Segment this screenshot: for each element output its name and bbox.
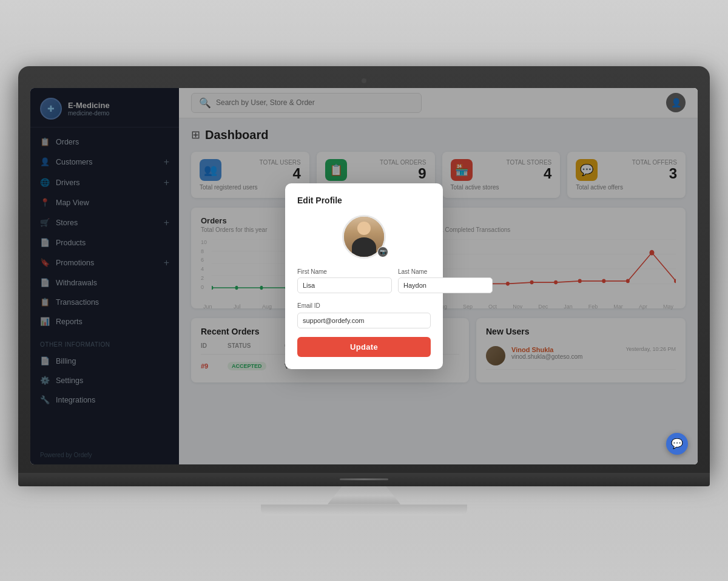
name-form-row: First Name Last Name: [297, 268, 431, 293]
first-name-input[interactable]: [297, 277, 392, 293]
modal-overlay[interactable]: Edit Profile 📷 First Name: [30, 88, 698, 464]
monitor-chin: [18, 473, 710, 486]
camera-dot: [362, 78, 366, 83]
last-name-input[interactable]: [398, 277, 493, 293]
stand-base: [261, 505, 467, 515]
email-input[interactable]: [297, 313, 431, 328]
stand-neck: [328, 486, 400, 505]
email-label: Email ID: [297, 302, 320, 309]
chin-line: [340, 478, 388, 480]
chat-button[interactable]: 💬: [666, 433, 688, 455]
update-button[interactable]: Update: [297, 337, 431, 357]
monitor-bezel: ✚ E-Medicine medicine-demo 📋 Orders: [18, 66, 710, 473]
edit-profile-modal: Edit Profile 📷 First Name: [285, 183, 443, 369]
camera-icon[interactable]: 📷: [377, 246, 388, 257]
last-name-label: Last Name: [398, 268, 493, 275]
screen: ✚ E-Medicine medicine-demo 📋 Orders: [30, 88, 698, 464]
first-name-group: First Name: [297, 268, 392, 293]
last-name-group: Last Name: [398, 268, 493, 293]
monitor-wrapper: ✚ E-Medicine medicine-demo 📋 Orders: [18, 66, 710, 515]
modal-title: Edit Profile: [297, 195, 431, 205]
email-row: Email ID: [297, 299, 431, 328]
avatar-container: 📷: [297, 215, 431, 259]
app-container: ✚ E-Medicine medicine-demo 📋 Orders: [30, 88, 698, 464]
first-name-label: First Name: [297, 268, 392, 275]
